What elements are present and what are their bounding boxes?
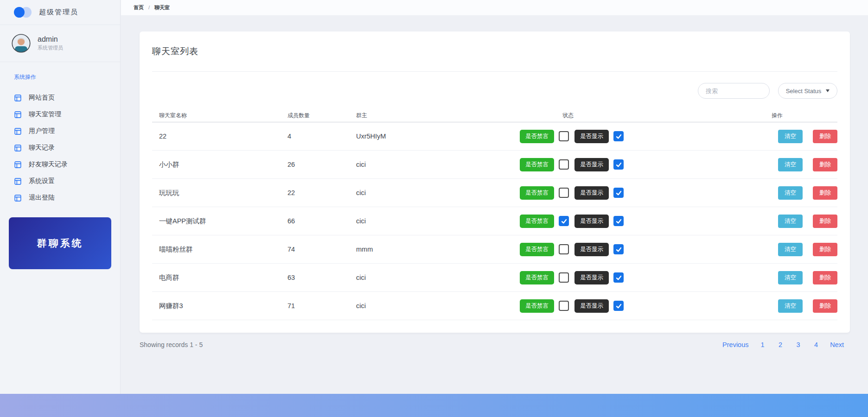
delete-button[interactable]: 删除 [813, 243, 837, 256]
show-badge[interactable]: 是否显示 [574, 186, 609, 200]
show-checkbox[interactable] [613, 244, 624, 254]
show-badge[interactable]: 是否显示 [574, 158, 609, 171]
user-name: admin [38, 35, 63, 44]
breadcrumb-home[interactable]: 首页 [134, 5, 144, 10]
pagination-page[interactable]: 1 [755, 341, 771, 348]
actions-cell: 清空 删除 [719, 186, 837, 200]
sidebar-item[interactable]: 聊天记录 [14, 139, 120, 156]
show-checkbox[interactable] [613, 159, 624, 170]
show-checkbox[interactable] [613, 301, 624, 311]
show-checkbox[interactable] [613, 131, 624, 141]
show-checkbox[interactable] [613, 216, 624, 226]
sidebar-item[interactable]: 聊天室管理 [14, 106, 120, 123]
status-cell: 是否禁言 是否显示 [513, 271, 719, 284]
mute-checkbox[interactable] [559, 244, 569, 254]
mute-badge[interactable]: 是否禁言 [520, 271, 554, 284]
check-icon [615, 190, 622, 196]
room-name-cell: 小小群 [152, 160, 281, 169]
header-room-name: 聊天室名称 [152, 112, 281, 120]
breadcrumb-separator: / [148, 5, 150, 10]
search-input[interactable] [698, 83, 770, 99]
mute-badge[interactable]: 是否禁言 [520, 130, 554, 143]
pagination: Previous 1 2 3 4 Next [716, 341, 850, 349]
mute-badge[interactable]: 是否禁言 [520, 299, 554, 313]
sidebar-item-label: 系统设置 [29, 177, 55, 185]
check-icon [615, 246, 622, 253]
check-icon [615, 274, 622, 281]
sidebar: 超级管理员 admin 系统管理员 系统操作 [0, 0, 121, 394]
mute-badge[interactable]: 是否禁言 [520, 215, 554, 228]
brand-title: 群聊系统 [37, 237, 83, 250]
clear-button[interactable]: 清空 [778, 215, 803, 228]
pagination-next[interactable]: Next [824, 341, 850, 348]
show-badge[interactable]: 是否显示 [574, 243, 609, 256]
pagination-page[interactable]: 2 [772, 341, 788, 348]
sidebar-item[interactable]: 用户管理 [14, 123, 120, 139]
member-count-cell: 63 [281, 274, 349, 281]
delete-button[interactable]: 删除 [813, 130, 837, 143]
pagination-page[interactable]: 4 [808, 341, 824, 348]
mute-checkbox[interactable] [559, 159, 569, 170]
sidebar-item[interactable]: 网站首页 [14, 89, 120, 106]
header-owner: 群主 [349, 112, 513, 120]
check-icon [615, 161, 622, 168]
mute-badge[interactable]: 是否禁言 [520, 243, 554, 256]
owner-cell: cici [349, 302, 513, 310]
owner-cell: mmm [349, 246, 513, 253]
member-count-cell: 4 [281, 133, 349, 140]
delete-button[interactable]: 删除 [813, 215, 837, 228]
layout-icon [14, 194, 22, 202]
table-row: 喵喵粉丝群 74 mmm 是否禁言 是否显示 清空 删除 [152, 235, 837, 264]
actions-cell: 清空 删除 [719, 243, 837, 256]
sidebar-item[interactable]: 系统设置 [14, 173, 120, 190]
brand-box: 群聊系统 [9, 217, 111, 269]
delete-button[interactable]: 删除 [813, 271, 837, 284]
mute-badge[interactable]: 是否禁言 [520, 186, 554, 200]
table-toolbar: Select Status [152, 83, 837, 99]
show-checkbox[interactable] [613, 272, 624, 283]
owner-cell: Uxr5HIyM [349, 133, 513, 140]
table-row: 22 4 Uxr5HIyM 是否禁言 是否显示 清空 删除 [152, 122, 837, 151]
sidebar-item-label: 聊天室管理 [29, 110, 61, 119]
clear-button[interactable]: 清空 [778, 186, 803, 200]
layout-icon [14, 94, 22, 102]
mute-checkbox[interactable] [559, 301, 569, 311]
room-name-cell: 喵喵粉丝群 [152, 245, 281, 254]
member-count-cell: 71 [281, 302, 349, 310]
room-name-cell: 电商群 [152, 273, 281, 282]
clear-button[interactable]: 清空 [778, 271, 803, 284]
delete-button[interactable]: 删除 [813, 186, 837, 200]
sidebar-menu: 系统操作 网站首页 聊天室管理 用户管理 聊天 [0, 62, 120, 206]
layout-icon [14, 177, 22, 185]
sidebar-item[interactable]: 退出登陆 [14, 190, 120, 206]
check-icon [615, 303, 622, 310]
member-count-cell: 66 [281, 217, 349, 225]
delete-button[interactable]: 删除 [813, 158, 837, 171]
status-cell: 是否禁言 是否显示 [513, 158, 719, 171]
actions-cell: 清空 删除 [719, 299, 837, 313]
sidebar-item[interactable]: 好友聊天记录 [14, 156, 120, 173]
app-title: 超级管理员 [39, 8, 78, 17]
table-row: 一键APP测试群 66 cici 是否禁言 是否显示 清空 删除 [152, 207, 837, 235]
clear-button[interactable]: 清空 [778, 130, 803, 143]
show-badge[interactable]: 是否显示 [574, 271, 609, 284]
clear-button[interactable]: 清空 [778, 299, 803, 313]
member-count-cell: 74 [281, 246, 349, 253]
clear-button[interactable]: 清空 [778, 243, 803, 256]
owner-cell: cici [349, 161, 513, 168]
clear-button[interactable]: 清空 [778, 158, 803, 171]
status-filter-select[interactable]: Select Status [778, 83, 837, 99]
pagination-page[interactable]: 3 [791, 341, 806, 348]
mute-checkbox[interactable] [559, 216, 569, 226]
show-badge[interactable]: 是否显示 [574, 299, 609, 313]
app-logo-icon [14, 7, 32, 18]
delete-button[interactable]: 删除 [813, 299, 837, 313]
mute-checkbox[interactable] [559, 272, 569, 283]
mute-checkbox[interactable] [559, 188, 569, 198]
show-badge[interactable]: 是否显示 [574, 130, 609, 143]
pagination-previous[interactable]: Previous [716, 341, 754, 348]
mute-badge[interactable]: 是否禁言 [520, 158, 554, 171]
show-badge[interactable]: 是否显示 [574, 215, 609, 228]
mute-checkbox[interactable] [559, 131, 569, 141]
show-checkbox[interactable] [613, 188, 624, 198]
